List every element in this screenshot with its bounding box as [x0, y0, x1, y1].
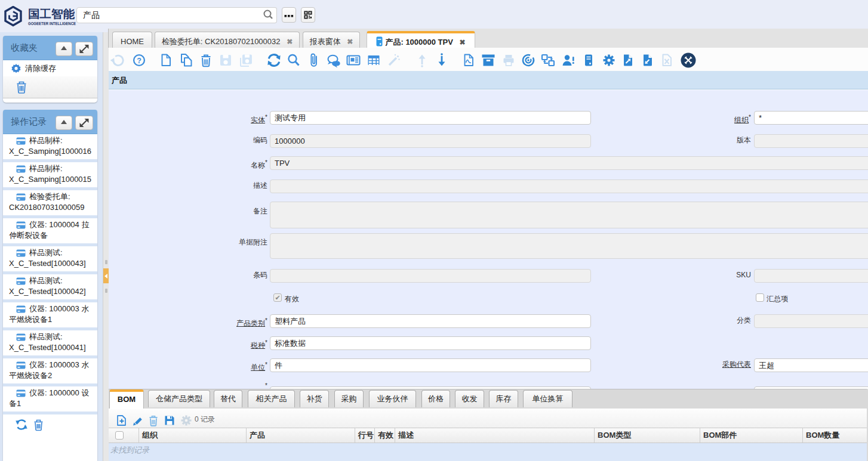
svg-text:?: ? — [137, 57, 141, 65]
svg-text:国工智能: 国工智能 — [28, 8, 75, 20]
svg-text:GOGEETER INTELLIGENCE: GOGEETER INTELLIGENCE — [28, 21, 76, 26]
